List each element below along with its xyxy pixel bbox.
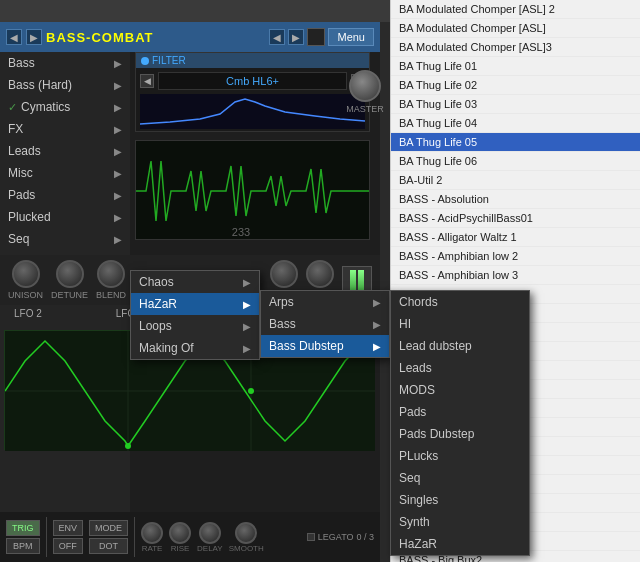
- arps-label: Arps: [269, 295, 294, 309]
- list-item[interactable]: BA Thug Life 04: [391, 114, 640, 133]
- arrow-icon: ▶: [114, 102, 122, 113]
- menu-item-plucked[interactable]: Plucked ▶: [0, 206, 130, 228]
- arrow-icon: ▶: [243, 299, 251, 310]
- chaos-label: Chaos: [139, 275, 174, 289]
- master-knob[interactable]: [349, 70, 381, 102]
- arrow-icon: ▶: [114, 124, 122, 135]
- filter-content: ◀ Cmb HL6+ ▶: [136, 68, 369, 94]
- synth-header: ◀ ▶ BASS-COMBAT ◀ ▶ Menu: [0, 22, 380, 52]
- bass-dubstep-label: Bass Dubstep: [269, 339, 344, 353]
- list-item[interactable]: BASS - Absolution: [391, 190, 640, 209]
- synth-icon-1[interactable]: [307, 28, 325, 46]
- menu-button[interactable]: Menu: [328, 28, 374, 46]
- misc-label: Misc: [8, 166, 33, 180]
- submenu-chords[interactable]: Chords: [391, 291, 529, 313]
- rise-label: RISE: [171, 544, 190, 553]
- list-item[interactable]: BA Modulated Chomper [ASL] 2: [391, 0, 640, 19]
- submenu-hi[interactable]: HI: [391, 313, 529, 335]
- pan-knob[interactable]: [270, 260, 298, 288]
- submenu-lead-dubstep[interactable]: Lead dubstep: [391, 335, 529, 357]
- filter-value: Cmb HL6+: [158, 72, 347, 90]
- submenu-chaos[interactable]: Chaos ▶: [131, 271, 259, 293]
- submenu-hazar-sub[interactable]: HaZaR: [391, 533, 529, 555]
- mode-button[interactable]: MODE: [89, 520, 128, 536]
- submenu-seq[interactable]: Seq: [391, 467, 529, 489]
- list-item[interactable]: BA Thug Life 01: [391, 57, 640, 76]
- list-item[interactable]: BASS - AcidPsychillBass01: [391, 209, 640, 228]
- filter-prev-btn[interactable]: ◀: [140, 74, 154, 88]
- synth-btn-1[interactable]: ◀: [269, 29, 285, 45]
- dot-button[interactable]: DOT: [89, 538, 128, 554]
- blend-knob[interactable]: [97, 260, 125, 288]
- nav-right-btn[interactable]: ▶: [26, 29, 42, 45]
- arrow-icon: ▶: [114, 146, 122, 157]
- synth-btn-2[interactable]: ▶: [288, 29, 304, 45]
- submenu-leads[interactable]: Leads: [391, 357, 529, 379]
- submenu-arps[interactable]: Arps ▶: [261, 291, 389, 313]
- trig-button[interactable]: TRIG: [6, 520, 40, 536]
- submenu-synth[interactable]: Synth: [391, 511, 529, 533]
- list-item[interactable]: BASS - Amphibian low 2: [391, 247, 640, 266]
- arrow-icon: ▶: [114, 212, 122, 223]
- waveform-display: 233: [136, 141, 370, 240]
- filter-dot-icon: [141, 57, 149, 65]
- menu-item-leads[interactable]: Leads ▶: [0, 140, 130, 162]
- submenu-pads[interactable]: Pads: [391, 401, 529, 423]
- arrow-icon: ▶: [114, 80, 122, 91]
- bottom-bar: TRIG BPM ENV OFF MODE DOT RATE RISE DELA…: [0, 512, 380, 562]
- hazar-sub-label: HaZaR: [399, 537, 437, 551]
- menu-item-bass[interactable]: Bass ▶: [0, 52, 130, 74]
- list-item[interactable]: BA Thug Life 03: [391, 95, 640, 114]
- submenu-singles[interactable]: Singles: [391, 489, 529, 511]
- submenu-loops[interactable]: Loops ▶: [131, 315, 259, 337]
- filter-header: FILTER: [136, 53, 369, 68]
- menu-item-bass-hard[interactable]: Bass (Hard) ▶: [0, 74, 130, 96]
- list-item[interactable]: BA Thug Life 02: [391, 76, 640, 95]
- submenu-making-of[interactable]: Making Of ▶: [131, 337, 259, 359]
- submenu-hazar[interactable]: HaZaR ▶: [131, 293, 259, 315]
- submenu-plucks[interactable]: PLucks: [391, 445, 529, 467]
- menu-item-misc[interactable]: Misc ▶: [0, 162, 130, 184]
- menu-item-fx[interactable]: FX ▶: [0, 118, 130, 140]
- rate-knob[interactable]: [141, 522, 163, 544]
- divider-2: [134, 517, 135, 557]
- nav-left-btn[interactable]: ◀: [6, 29, 22, 45]
- rise-knob[interactable]: [169, 522, 191, 544]
- list-item[interactable]: BA Modulated Chomper [ASL]: [391, 19, 640, 38]
- arrow-icon: ▶: [114, 58, 122, 69]
- smooth-knob[interactable]: [235, 522, 257, 544]
- fx-label: FX: [8, 122, 23, 136]
- list-item[interactable]: BA Thug Life 06: [391, 152, 640, 171]
- menu-item-cymatics[interactable]: ✓ Cymatics ▶: [0, 96, 130, 118]
- delay-label: DELAY: [197, 544, 223, 553]
- bass-hard-label: Bass (Hard): [8, 78, 72, 92]
- submenu-user: Chaos ▶ HaZaR ▶ Loops ▶ Making Of ▶: [130, 270, 260, 360]
- singles-label: Singles: [399, 493, 438, 507]
- list-item[interactable]: BASS - Alligator Waltz 1: [391, 228, 640, 247]
- level-knob[interactable]: [306, 260, 334, 288]
- submenu-pads-dubstep[interactable]: Pads Dubstep: [391, 423, 529, 445]
- off-button[interactable]: OFF: [53, 538, 84, 554]
- delay-knob[interactable]: [199, 522, 221, 544]
- arrow-icon: ▶: [243, 277, 251, 288]
- list-item[interactable]: BA Modulated Chomper [ASL]3: [391, 38, 640, 57]
- pads-label: Pads: [8, 188, 35, 202]
- submenu-bass-dubstep[interactable]: Bass Dubstep ▶: [261, 335, 389, 357]
- hi-label: HI: [399, 317, 411, 331]
- lfo2-label: LFO 2: [14, 308, 42, 319]
- list-item[interactable]: BASS - Amphibian low 3: [391, 266, 640, 285]
- detune-knob[interactable]: [56, 260, 84, 288]
- unison-label: UNISON: [8, 290, 43, 300]
- submenu-mods[interactable]: MODS: [391, 379, 529, 401]
- unison-knob[interactable]: [12, 260, 40, 288]
- bpm-button[interactable]: BPM: [6, 538, 40, 554]
- menu-item-pads[interactable]: Pads ▶: [0, 184, 130, 206]
- pads-sub-label: Pads: [399, 405, 426, 419]
- list-item[interactable]: BA Thug Life 05: [391, 133, 640, 152]
- check-icon: ✓: [8, 101, 17, 114]
- bass-label: Bass: [8, 56, 35, 70]
- env-button[interactable]: ENV: [53, 520, 84, 536]
- submenu-bass[interactable]: Bass ▶: [261, 313, 389, 335]
- menu-item-seq[interactable]: Seq ▶: [0, 228, 130, 250]
- list-item[interactable]: BA-Util 2: [391, 171, 640, 190]
